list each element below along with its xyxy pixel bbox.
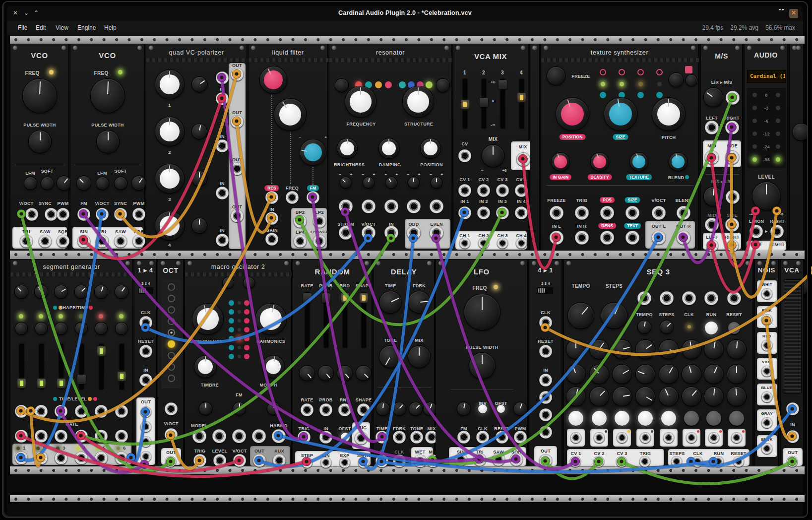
- resonator-even-out-jack[interactable]: [430, 226, 443, 240]
- resonator-structure-knob[interactable]: [403, 86, 434, 117]
- resonator-structure-cv-jack[interactable]: [407, 199, 421, 213]
- mo2-trig-jack[interactable]: [193, 454, 206, 467]
- mo2-harmonics-knob[interactable]: [255, 304, 286, 334]
- resonator-damping-knob[interactable]: [379, 138, 399, 158]
- seggen-gate-jack-3[interactable]: [55, 430, 67, 443]
- texture-freeze-button[interactable]: [547, 67, 565, 85]
- seq3-gate-jack-5[interactable]: [663, 432, 674, 443]
- texture-quality-knob[interactable]: [669, 73, 683, 87]
- texture-inl-jack[interactable]: [550, 231, 563, 245]
- seggen-seg-button-1[interactable]: [15, 323, 27, 334]
- filter-res-knob[interactable]: [260, 66, 287, 93]
- seggen-shape-knob-4[interactable]: [75, 285, 88, 298]
- seq3-cv3-knob-1[interactable]: [566, 387, 585, 406]
- seq3-cv3-knob-7[interactable]: [704, 387, 723, 406]
- seq3-cv1-knob-3[interactable]: [613, 340, 631, 359]
- mo2-model-button-right[interactable]: [244, 277, 254, 288]
- seq3-run-out-jack[interactable]: [713, 456, 724, 467]
- random-rnd-jack[interactable]: [338, 403, 351, 416]
- random-rate-slider[interactable]: [305, 292, 310, 348]
- seggen-gate-jack-4[interactable]: [75, 430, 88, 443]
- polarizer-ch4-knob[interactable]: [155, 211, 184, 240]
- random-prob-jack[interactable]: [319, 403, 332, 416]
- ms-dec-knob[interactable]: [704, 187, 723, 206]
- polarizer-ch1-out-jack[interactable]: [231, 68, 244, 81]
- lfo-tri-out-jack[interactable]: [473, 453, 486, 466]
- seq3-run-jack[interactable]: [704, 291, 718, 305]
- ms-mid-out-jack[interactable]: [705, 150, 719, 164]
- filter-lp2-jack[interactable]: [313, 215, 326, 228]
- seggen-gate-jack-1[interactable]: [15, 430, 28, 443]
- vco2-pwm-jack[interactable]: [132, 208, 145, 221]
- texture-pos-jack[interactable]: [600, 206, 614, 220]
- m41-reset-jack[interactable]: [539, 345, 552, 358]
- texture-dens-jack[interactable]: [600, 231, 614, 245]
- mo2-timbre-knob[interactable]: [194, 356, 216, 378]
- random-prob-knob[interactable]: [318, 366, 333, 381]
- mo2-voct-jack[interactable]: [233, 454, 246, 467]
- polarizer-ch1-knob[interactable]: [155, 70, 184, 99]
- delay-mix-knob[interactable]: [408, 346, 430, 368]
- vcamix-in1-jack[interactable]: [458, 206, 471, 219]
- seq3-cv1-knob-4[interactable]: [636, 340, 655, 359]
- texture-voct-jack[interactable]: [652, 206, 666, 220]
- texture-inr-jack[interactable]: [575, 231, 589, 245]
- ms-side-in-jack[interactable]: [725, 218, 739, 232]
- delay-fdbk-attn[interactable]: [393, 402, 406, 415]
- ms-left-in-jack[interactable]: [705, 121, 719, 134]
- seggen-shape-knob-5[interactable]: [95, 285, 108, 298]
- delay-tone-knob[interactable]: [379, 346, 401, 368]
- seggen-tl-jack-3[interactable]: [55, 405, 67, 418]
- resonator-structure-attn[interactable]: [408, 177, 419, 188]
- seq3-cv3-knob-8[interactable]: [727, 387, 746, 406]
- polarizer-ch3-out-jack[interactable]: [231, 162, 244, 175]
- polarizer-ch4-in-jack[interactable]: [216, 234, 229, 247]
- seq3-steps-attn[interactable]: [660, 321, 673, 333]
- random-shape-jack[interactable]: [357, 403, 370, 416]
- mo2-timbre-attn[interactable]: [199, 402, 212, 415]
- seggen-seg-button-6[interactable]: [116, 323, 127, 334]
- vcamix-fader-2[interactable]: [482, 79, 486, 129]
- seq3-step-7[interactable]: [706, 411, 721, 426]
- seggen-seg-button-2[interactable]: [35, 323, 47, 334]
- seggen-out-jack-2[interactable]: [35, 452, 48, 464]
- resonator-frequency-knob[interactable]: [345, 86, 376, 117]
- delay-in-jack[interactable]: [375, 455, 388, 467]
- seq3-gate-jack-8[interactable]: [731, 432, 742, 443]
- seggen-seg-button-3[interactable]: [55, 323, 67, 334]
- seggen-out-jack-1[interactable]: [15, 452, 28, 464]
- polarizer-ch1-attn[interactable]: [192, 77, 207, 92]
- vco1-lfm-button[interactable]: [24, 177, 37, 190]
- seq3-tempo-knob[interactable]: [568, 303, 594, 328]
- vca2-cv-jack[interactable]: [786, 402, 799, 415]
- resonator-frequency-cv-jack[interactable]: [362, 199, 375, 213]
- seq3-step-5[interactable]: [661, 411, 676, 426]
- mo2-level-jack[interactable]: [213, 454, 226, 467]
- lfo-sin-out-jack[interactable]: [454, 453, 467, 466]
- vco1-freq-knob[interactable]: [23, 79, 57, 113]
- seq3-trig-out-jack[interactable]: [639, 456, 650, 467]
- plugin-close-icon[interactable]: ✕: [789, 9, 798, 18]
- seggen-gate-jack-5[interactable]: [95, 430, 108, 443]
- seggen-slider-5[interactable]: [99, 344, 104, 390]
- resonator-brightness-attn[interactable]: [340, 177, 351, 188]
- seggen-gate-jack-2[interactable]: [35, 430, 48, 443]
- lfo-freq-knob[interactable]: [464, 294, 500, 330]
- seggen-out-jack-4[interactable]: [75, 452, 88, 464]
- vcamix-cv1-jack[interactable]: [458, 184, 471, 197]
- filter-gain-jack[interactable]: [265, 233, 278, 246]
- vco2-fm-jack[interactable]: [77, 208, 90, 221]
- delay-time-knob[interactable]: [379, 291, 401, 313]
- seq3-steps-out-jack[interactable]: [671, 456, 682, 467]
- m41-channel-switch[interactable]: [537, 287, 553, 294]
- mo2-harmo-jack[interactable]: [272, 429, 286, 443]
- seq3-cv2-knob-1[interactable]: [566, 365, 585, 384]
- oct-step-9[interactable]: [168, 375, 175, 382]
- seggen-seg-button-4[interactable]: [75, 323, 87, 334]
- mo2-fm-attn[interactable]: [233, 402, 246, 415]
- random-rnd-slider[interactable]: [343, 292, 347, 348]
- oct-cv-jack[interactable]: [165, 402, 178, 415]
- vco2-sin-out-jack[interactable]: [77, 235, 90, 248]
- random-trig-out-jack[interactable]: [355, 432, 368, 445]
- mo2-frequency-knob[interactable]: [192, 304, 223, 334]
